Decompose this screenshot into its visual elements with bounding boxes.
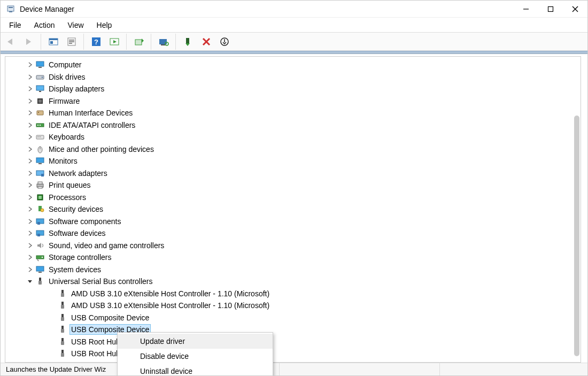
tree-category[interactable]: Sound, video and game controllers xyxy=(5,240,581,252)
security-icon xyxy=(35,204,45,214)
tree-category[interactable]: Processors xyxy=(5,191,581,204)
sound-icon xyxy=(35,241,45,250)
chevron-right-icon[interactable] xyxy=(27,74,33,80)
svg-rect-30 xyxy=(39,91,41,92)
chevron-right-icon[interactable] xyxy=(27,218,33,225)
tree-category[interactable]: System devices xyxy=(5,264,581,276)
forward-button[interactable] xyxy=(20,34,38,50)
svg-rect-70 xyxy=(61,317,64,321)
tree-category[interactable]: Firmware xyxy=(5,95,581,108)
tree-device[interactable]: USB Composite Device xyxy=(5,312,581,324)
tree-category[interactable]: Print queues xyxy=(5,179,581,191)
chevron-right-icon[interactable] xyxy=(27,86,33,92)
scrollbar[interactable] xyxy=(574,116,579,356)
tree-category[interactable]: Mice and other pointing devices xyxy=(5,143,581,156)
context-menu-item[interactable]: Update driver xyxy=(118,334,273,349)
svg-rect-17 xyxy=(135,40,142,45)
tree-category[interactable]: Computer xyxy=(5,59,581,71)
tree-category[interactable]: Storage controllers xyxy=(5,251,581,264)
ide-icon xyxy=(35,120,45,130)
svg-rect-41 xyxy=(40,136,41,137)
chevron-right-icon[interactable] xyxy=(27,146,33,152)
svg-rect-25 xyxy=(36,62,44,66)
no-arrow xyxy=(49,339,56,345)
tree-category[interactable]: Software devices xyxy=(5,227,581,240)
tree-category[interactable]: IDE ATA/ATAPI controllers xyxy=(5,119,581,132)
chevron-right-icon[interactable] xyxy=(27,206,33,212)
tree-category[interactable]: Security devices xyxy=(5,203,581,216)
no-arrow xyxy=(49,290,56,297)
context-menu-item[interactable]: Disable device xyxy=(118,349,273,364)
display-icon xyxy=(35,84,45,94)
tree-device[interactable]: USB Root Hub (U xyxy=(5,348,581,360)
menu-view[interactable]: View xyxy=(61,19,90,32)
tree-device[interactable]: USB Composite Device xyxy=(5,324,581,336)
tree-category-label: Computer xyxy=(48,60,82,70)
close-button[interactable] xyxy=(563,1,587,18)
tree-device[interactable]: AMD USB 3.10 eXtensible Host Controller … xyxy=(5,288,581,300)
tree-category[interactable]: Universal Serial Bus controllers xyxy=(5,275,581,288)
chevron-right-icon[interactable] xyxy=(27,254,33,260)
menu-help[interactable]: Help xyxy=(90,19,119,32)
menu-action[interactable]: Action xyxy=(28,19,61,32)
chevron-right-icon[interactable] xyxy=(27,158,33,164)
chevron-right-icon[interactable] xyxy=(27,266,33,273)
storage-icon xyxy=(35,252,45,262)
tree-category[interactable]: Monitors xyxy=(5,155,581,167)
statusbar: Launches the Update Driver Wiz xyxy=(1,363,587,375)
svg-rect-74 xyxy=(61,341,64,345)
uninstall-device-button[interactable] xyxy=(197,34,215,50)
tree-category[interactable]: Display adapters xyxy=(5,83,581,95)
tree-category[interactable]: Software components xyxy=(5,216,581,228)
maximize-button[interactable] xyxy=(538,1,563,18)
properties-button[interactable] xyxy=(63,34,81,50)
chevron-right-icon[interactable] xyxy=(27,182,33,188)
svg-rect-61 xyxy=(36,266,44,271)
svg-rect-0 xyxy=(7,6,14,11)
tree-category[interactable]: Network adapters xyxy=(5,167,581,180)
tree-category-label: Software devices xyxy=(48,228,107,238)
update-driver-button[interactable] xyxy=(130,34,148,50)
scan-hardware-button[interactable] xyxy=(154,34,173,50)
chevron-right-icon[interactable] xyxy=(27,194,33,201)
svg-rect-26 xyxy=(38,67,42,68)
svg-point-28 xyxy=(42,76,43,78)
chevron-right-icon[interactable] xyxy=(27,230,33,236)
show-hide-tree-button[interactable] xyxy=(44,34,63,50)
disable-device-button[interactable] xyxy=(215,34,234,50)
chevron-right-icon[interactable] xyxy=(27,122,33,128)
svg-rect-65 xyxy=(61,290,64,293)
menu-file[interactable]: File xyxy=(3,19,28,32)
chevron-right-icon[interactable] xyxy=(27,170,33,177)
device-tree[interactable]: ComputerDisk drivesDisplay adaptersFirmw… xyxy=(5,57,581,362)
toolbar-icon-a[interactable] xyxy=(105,34,123,50)
tree-device[interactable]: AMD USB 3.10 eXtensible Host Controller … xyxy=(5,300,581,312)
enable-device-button[interactable] xyxy=(179,34,197,50)
tree-category-label: Human Interface Devices xyxy=(48,108,134,118)
chevron-right-icon[interactable] xyxy=(27,98,33,104)
chevron-right-icon[interactable] xyxy=(27,110,33,116)
svg-rect-39 xyxy=(37,136,38,137)
tree-category[interactable]: Keyboards xyxy=(5,131,581,143)
svg-rect-8 xyxy=(49,39,58,40)
svg-rect-44 xyxy=(36,158,44,163)
tree-category[interactable]: Disk drives xyxy=(5,71,581,83)
svg-rect-69 xyxy=(61,314,64,317)
back-button[interactable] xyxy=(2,34,20,50)
tree-category[interactable]: Human Interface Devices xyxy=(5,107,581,119)
mouse-icon xyxy=(35,144,45,154)
svg-rect-9 xyxy=(50,41,53,44)
help-button[interactable]: ? xyxy=(87,34,105,50)
tree-category-label: Disk drives xyxy=(48,72,86,82)
tree-device-label: AMD USB 3.10 eXtensible Host Controller … xyxy=(70,301,270,310)
svg-rect-1 xyxy=(9,7,13,8)
chevron-right-icon[interactable] xyxy=(27,134,33,140)
chevron-right-icon[interactable] xyxy=(27,242,33,249)
context-menu-item[interactable]: Uninstall device xyxy=(118,364,273,376)
network-icon xyxy=(35,168,45,178)
minimize-button[interactable] xyxy=(514,1,538,18)
chevron-right-icon[interactable] xyxy=(27,62,33,68)
chevron-down-icon[interactable] xyxy=(27,278,33,285)
svg-rect-34 xyxy=(38,112,39,113)
tree-device[interactable]: USB Root Hub (U xyxy=(5,336,581,348)
